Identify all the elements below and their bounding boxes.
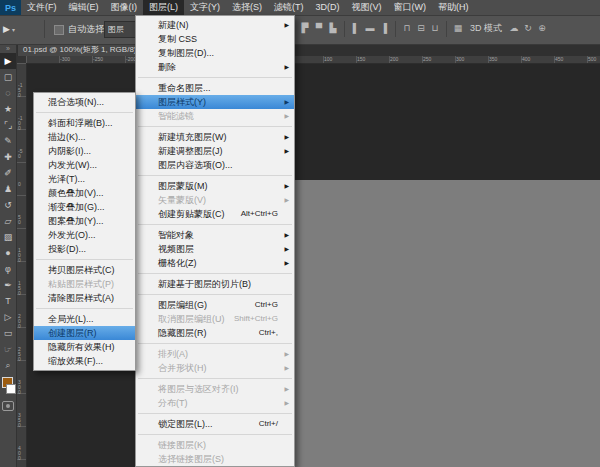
- align-right-edges-icon[interactable]: ▐: [377, 20, 391, 37]
- menubar-item[interactable]: 窗口(W): [388, 0, 433, 15]
- path-selection-tool[interactable]: ▷: [0, 309, 16, 325]
- layer-menu-item[interactable]: 图层蒙版(M)▶: [136, 179, 294, 193]
- brush-tool[interactable]: ✐: [0, 165, 16, 181]
- layer-style-menu-item[interactable]: 清除图层样式(A): [34, 291, 135, 305]
- roll-3d-icon[interactable]: ↻: [521, 20, 535, 37]
- submenu-arrow-icon: ▶: [284, 347, 289, 361]
- pan-3d-icon[interactable]: ⊕: [535, 20, 549, 37]
- auto-align-icon[interactable]: ▦: [451, 20, 465, 37]
- layer-style-menu-item[interactable]: 描边(K)...: [34, 130, 135, 144]
- distribute-left-icon[interactable]: ⊓: [400, 20, 414, 37]
- gradient-tool[interactable]: ▨: [0, 229, 16, 245]
- layer-menu-item[interactable]: 删除▶: [136, 60, 294, 74]
- orbit-3d-icon[interactable]: ☁: [507, 20, 521, 37]
- layer-style-menu-item[interactable]: 缩放效果(F)...: [34, 354, 135, 368]
- layer-menu-item[interactable]: 智能滤镜▶: [136, 109, 294, 123]
- layer-menu-item[interactable]: 隐藏图层(R)Ctrl+,: [136, 326, 294, 340]
- shape-tool[interactable]: ▭: [0, 325, 16, 341]
- menubar-item[interactable]: 滤镜(T): [268, 0, 310, 15]
- move-tool[interactable]: ▶: [0, 53, 16, 69]
- tool-preset-picker[interactable]: ▶ ▾: [3, 21, 29, 37]
- ruler-number: -50: [18, 149, 23, 159]
- menubar-item[interactable]: 编辑(E): [63, 0, 105, 15]
- layer-style-menu-item[interactable]: 创建图层(R): [34, 326, 135, 340]
- align-left-edges-icon[interactable]: ▌: [349, 20, 363, 37]
- align-vertical-centers-icon[interactable]: ▀: [312, 20, 326, 37]
- layer-menu-item[interactable]: 选择链接图层(S): [136, 452, 294, 466]
- layer-menu-item[interactable]: 重命名图层...: [136, 81, 294, 95]
- tab-bar: 01.psd @ 100%(矩形 1, RGB/8)* ×: [16, 44, 600, 56]
- align-bottom-edges-icon[interactable]: ▙: [326, 20, 340, 37]
- layer-menu-item[interactable]: 新建(N)▶: [136, 18, 294, 32]
- distribute-right-icon[interactable]: ⊔: [428, 20, 442, 37]
- blur-tool[interactable]: ●: [0, 245, 16, 261]
- zoom-tool[interactable]: ⌕: [0, 357, 16, 373]
- layer-style-menu-item[interactable]: 粘贴图层样式(P): [34, 277, 135, 291]
- layer-menu-item[interactable]: 取消图层编组(U)Shift+Ctrl+G: [136, 312, 294, 326]
- layer-menu-item[interactable]: 链接图层(K): [136, 438, 294, 452]
- layer-style-menu-item[interactable]: 内阴影(I)...: [34, 144, 135, 158]
- align-top-edges-icon[interactable]: ▛: [298, 20, 312, 37]
- eyedropper-tool[interactable]: ✎: [0, 133, 16, 149]
- layer-menu-item[interactable]: 智能对象▶: [136, 228, 294, 242]
- menubar-item[interactable]: 文件(F): [21, 0, 63, 15]
- layer-menu-item[interactable]: 新建基于图层的切片(B): [136, 277, 294, 291]
- layer-menu-item[interactable]: 图层样式(Y)▶: [136, 95, 294, 109]
- layer-menu-item[interactable]: 栅格化(Z)▶: [136, 256, 294, 270]
- menubar-item[interactable]: 视图(V): [346, 0, 388, 15]
- lasso-tool[interactable]: ◌: [0, 85, 16, 101]
- layer-menu-item[interactable]: 合并形状(H)▶: [136, 361, 294, 375]
- layer-menu-item[interactable]: 复制 CSS: [136, 32, 294, 46]
- menubar-item[interactable]: 图层(L): [143, 0, 184, 15]
- clone-stamp-tool[interactable]: ♟: [0, 181, 16, 197]
- layer-menu-item[interactable]: 图层内容选项(O)...: [136, 158, 294, 172]
- layer-menu-item[interactable]: 新建填充图层(W)▶: [136, 130, 294, 144]
- submenu-arrow-icon: ▶: [284, 144, 289, 158]
- layer-style-menu-item[interactable]: 拷贝图层样式(C): [34, 263, 135, 277]
- healing-brush-tool[interactable]: ✚: [0, 149, 16, 165]
- layer-menu-item[interactable]: 矢量蒙版(V)▶: [136, 193, 294, 207]
- eraser-tool[interactable]: ▱: [0, 213, 16, 229]
- layer-menu-item[interactable]: 视频图层▶: [136, 242, 294, 256]
- layer-style-menu-item[interactable]: 投影(D)...: [34, 242, 135, 256]
- layer-style-menu-item[interactable]: 渐变叠加(G)...: [34, 200, 135, 214]
- type-tool[interactable]: T: [0, 293, 16, 309]
- layer-menu-item[interactable]: 新建调整图层(J)▶: [136, 144, 294, 158]
- crop-tool[interactable]: ⌜⌟: [0, 117, 16, 133]
- layer-style-menu-item[interactable]: 隐藏所有效果(H): [34, 340, 135, 354]
- pen-tool[interactable]: ✒: [0, 277, 16, 293]
- layer-style-menu-item[interactable]: 外发光(O)...: [34, 228, 135, 242]
- layer-menu-item[interactable]: 创建剪贴蒙版(C)Alt+Ctrl+G: [136, 207, 294, 221]
- menubar-item[interactable]: 文字(Y): [184, 0, 226, 15]
- layer-menu-item[interactable]: 锁定图层(L)...Ctrl+/: [136, 417, 294, 431]
- background-color-swatch[interactable]: [6, 384, 16, 394]
- layer-style-menu-item[interactable]: 颜色叠加(V)...: [34, 186, 135, 200]
- hand-tool[interactable]: ☞: [0, 341, 16, 357]
- auto-select-checkbox[interactable]: [54, 25, 64, 35]
- layer-style-menu-item[interactable]: 全局光(L)...: [34, 312, 135, 326]
- layer-style-menu-item[interactable]: 内发光(W)...: [34, 158, 135, 172]
- quick-selection-tool[interactable]: ★: [0, 101, 16, 117]
- distribute-center-icon[interactable]: ⊟: [414, 20, 428, 37]
- layer-menu-item[interactable]: 排列(A)▶: [136, 347, 294, 361]
- menubar-item[interactable]: 3D(D): [310, 0, 346, 15]
- layer-menu-item[interactable]: 分布(T)▶: [136, 396, 294, 410]
- layer-style-menu-item[interactable]: 斜面和浮雕(B)...: [34, 116, 135, 130]
- quick-mask-icon[interactable]: [2, 401, 14, 411]
- menubar-item[interactable]: 选择(S): [226, 0, 268, 15]
- layer-style-menu-item[interactable]: 混合选项(N)...: [34, 95, 135, 109]
- menubar-item[interactable]: 帮助(H): [432, 0, 475, 15]
- layer-menu-item[interactable]: 将图层与选区对齐(I)▶: [136, 382, 294, 396]
- layer-style-menu-item[interactable]: 图案叠加(Y)...: [34, 214, 135, 228]
- collapse-panel-icon[interactable]: »: [0, 44, 16, 53]
- layer-menu-item[interactable]: 复制图层(D)...: [136, 46, 294, 60]
- layer-style-menu-item[interactable]: 光泽(T)...: [34, 172, 135, 186]
- document-image[interactable]: [256, 180, 600, 467]
- history-brush-tool[interactable]: ↺: [0, 197, 16, 213]
- ruler-number: 150: [18, 281, 23, 296]
- marquee-tool[interactable]: ▢: [0, 69, 16, 85]
- layer-menu-item[interactable]: 图层编组(G)Ctrl+G: [136, 298, 294, 312]
- menubar-item[interactable]: 图像(I): [105, 0, 144, 15]
- dodge-tool[interactable]: φ: [0, 261, 16, 277]
- align-horizontal-centers-icon[interactable]: ▬: [363, 20, 377, 37]
